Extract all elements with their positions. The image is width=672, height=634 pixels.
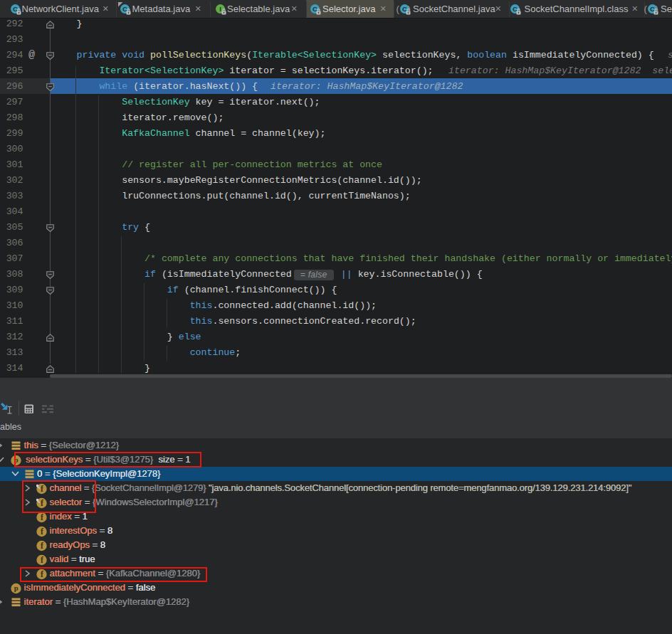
svg-text:f: f	[40, 556, 43, 564]
svg-text:p: p	[14, 584, 18, 592]
svg-text:f: f	[40, 527, 43, 536]
svg-text:I: I	[219, 5, 221, 13]
svg-text:f: f	[40, 513, 43, 522]
svg-text:f: f	[40, 541, 43, 550]
